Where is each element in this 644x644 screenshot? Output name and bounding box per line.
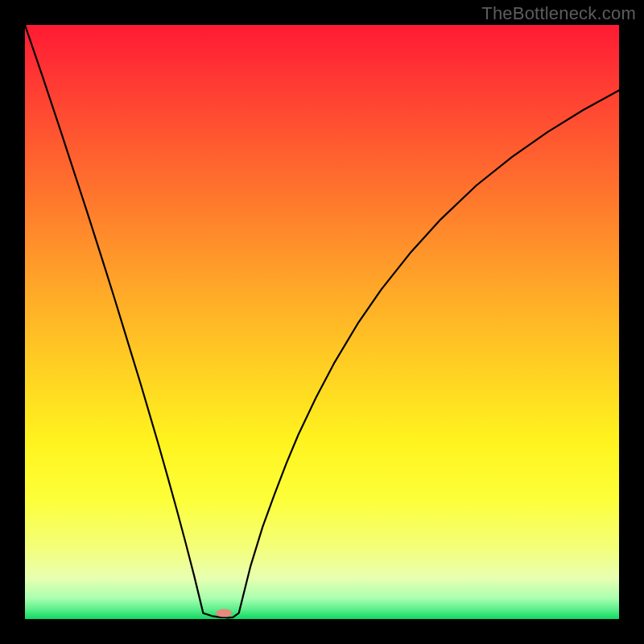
watermark-text: TheBottleneck.com <box>481 3 636 24</box>
chart-svg <box>25 25 619 619</box>
chart-background <box>25 25 619 619</box>
chart-plot-area <box>25 25 619 619</box>
chart-frame: TheBottleneck.com <box>0 0 644 644</box>
min-marker <box>216 609 232 617</box>
